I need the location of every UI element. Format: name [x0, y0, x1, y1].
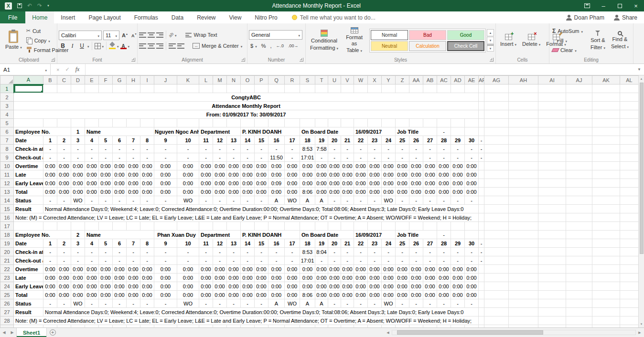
cell-V17[interactable] — [341, 222, 354, 231]
cell-AD21[interactable]: - — [451, 256, 465, 265]
cell-N25[interactable]: 0:00 — [227, 291, 241, 299]
cell-AD9[interactable]: - — [451, 153, 465, 162]
cell-AC19[interactable]: 28 — [437, 239, 451, 248]
cell-G23[interactable]: 0:00 — [113, 274, 127, 282]
cell-AJ8[interactable] — [566, 145, 592, 153]
cell-W7[interactable]: 22 — [354, 136, 368, 145]
cell-G14[interactable]: - — [113, 196, 127, 205]
cell-AB19[interactable]: 27 — [423, 239, 437, 248]
cell-AF4[interactable] — [479, 110, 484, 119]
cell-X17[interactable] — [368, 222, 382, 231]
increase-decimal-button[interactable] — [274, 41, 285, 51]
cell-L23[interactable]: 0:00 — [199, 274, 213, 282]
cell-A21[interactable]: Check-out at — [14, 256, 43, 265]
minimize-button[interactable]: – — [595, 0, 612, 11]
cell-AJ5[interactable] — [566, 119, 592, 127]
cell-AJ27[interactable] — [566, 308, 592, 316]
cell-I29[interactable] — [140, 325, 154, 328]
cell-D17[interactable] — [71, 222, 85, 231]
cell-AA23[interactable]: 0:00 — [409, 274, 423, 282]
close-button[interactable]: × — [628, 0, 644, 11]
cell-L18[interactable]: Department — [199, 231, 241, 239]
row-header-19[interactable]: 19 — [0, 239, 14, 248]
cell-AL2[interactable] — [620, 93, 639, 102]
cell-AJ23[interactable] — [566, 274, 592, 282]
cell-AF17[interactable] — [479, 222, 484, 231]
cell-AH13[interactable] — [509, 188, 538, 196]
cell-AA20[interactable]: - — [409, 248, 423, 256]
cell-L24[interactable]: 0:00 — [199, 282, 213, 291]
cell-F7[interactable]: 5 — [99, 136, 113, 145]
cell-J7[interactable]: 9 — [154, 136, 177, 145]
cell-AF2[interactable] — [479, 93, 484, 102]
cell-M5[interactable] — [213, 119, 227, 127]
cell-A19[interactable]: Date — [14, 239, 43, 248]
insert-cells-button[interactable]: Insert — [497, 33, 519, 48]
cell-AK12[interactable] — [592, 179, 620, 188]
cell-C14[interactable]: - — [57, 196, 71, 205]
cell-X14[interactable]: - — [368, 196, 382, 205]
cell-F17[interactable] — [99, 222, 113, 231]
cell-AK26[interactable] — [592, 299, 620, 308]
cell-L1[interactable] — [199, 84, 213, 93]
cell-Q1[interactable] — [268, 84, 285, 93]
cell-M9[interactable]: - — [213, 153, 227, 162]
cell-Z6[interactable]: Job Title — [396, 127, 437, 136]
cell-Z21[interactable]: - — [396, 256, 409, 265]
cell-W19[interactable]: 22 — [354, 239, 368, 248]
cell-I9[interactable]: - — [140, 153, 154, 162]
cell-B10[interactable]: 0:00 — [43, 162, 57, 170]
cell-D14[interactable]: WO — [71, 196, 85, 205]
font-family-select[interactable]: Calibri — [59, 31, 102, 40]
cell-U24[interactable]: 0:00 — [328, 282, 341, 291]
cell-D7[interactable]: 3 — [71, 136, 85, 145]
cell-T7[interactable]: 19 — [315, 136, 328, 145]
cell-AD11[interactable]: 0:00 — [451, 170, 465, 179]
cell-V5[interactable] — [341, 119, 354, 127]
cell-N9[interactable]: - — [227, 153, 241, 162]
scroll-down-button[interactable]: ▼ — [639, 321, 644, 327]
undo-button[interactable]: ↶ — [27, 3, 32, 9]
cell-AG5[interactable] — [484, 119, 509, 127]
cell-AA10[interactable]: 0:00 — [409, 162, 423, 170]
row-header-2[interactable]: 2 — [0, 93, 14, 102]
cell-R21[interactable]: - — [285, 256, 300, 265]
cell-N20[interactable]: - — [227, 248, 241, 256]
cell-R1[interactable] — [285, 84, 300, 93]
cell-C26[interactable]: - — [57, 299, 71, 308]
cell-AH6[interactable] — [509, 127, 538, 136]
cell-S19[interactable]: 18 — [300, 239, 315, 248]
cell-J10[interactable]: 0:00 — [154, 162, 177, 170]
font-color-button[interactable] — [120, 42, 127, 49]
cell-AJ16[interactable] — [566, 213, 592, 222]
col-header-L[interactable]: L — [199, 76, 213, 84]
cell-M12[interactable]: 0:00 — [213, 179, 227, 188]
cell-AJ12[interactable] — [566, 179, 592, 188]
restore-button[interactable] — [612, 0, 628, 11]
row-header-1[interactable]: 1 — [0, 84, 14, 93]
cell-AF12[interactable] — [479, 179, 484, 188]
cell-X5[interactable] — [368, 119, 382, 127]
wrap-text-button[interactable]: Wrap Text — [183, 30, 219, 40]
cell-AL23[interactable] — [620, 274, 639, 282]
cell-AB24[interactable]: 0:00 — [423, 282, 437, 291]
cell-I10[interactable]: 0:00 — [140, 162, 154, 170]
cell-J12[interactable]: 0:00 — [154, 179, 177, 188]
cell-AH3[interactable] — [509, 102, 538, 110]
cell-G8[interactable]: - — [113, 145, 127, 153]
cell-AC20[interactable]: - — [437, 248, 451, 256]
cell-Y26[interactable]: WO — [382, 299, 396, 308]
cell-AI16[interactable] — [538, 213, 566, 222]
cell-AK7[interactable] — [592, 136, 620, 145]
cell-E7[interactable]: 4 — [85, 136, 99, 145]
cell-AC13[interactable]: 0:00 — [437, 188, 451, 196]
cell-AD1[interactable] — [451, 84, 465, 93]
cell-M23[interactable]: 0:00 — [213, 274, 227, 282]
sort-filter-button[interactable]: Sort & Filter — [588, 29, 608, 51]
cell-AJ24[interactable] — [566, 282, 592, 291]
cell-G24[interactable]: 0:00 — [113, 282, 127, 291]
increase-font-size-button[interactable] — [121, 32, 129, 38]
cell-AD20[interactable]: - — [451, 248, 465, 256]
cell-E8[interactable]: - — [85, 145, 99, 153]
cell-AA1[interactable] — [409, 84, 423, 93]
